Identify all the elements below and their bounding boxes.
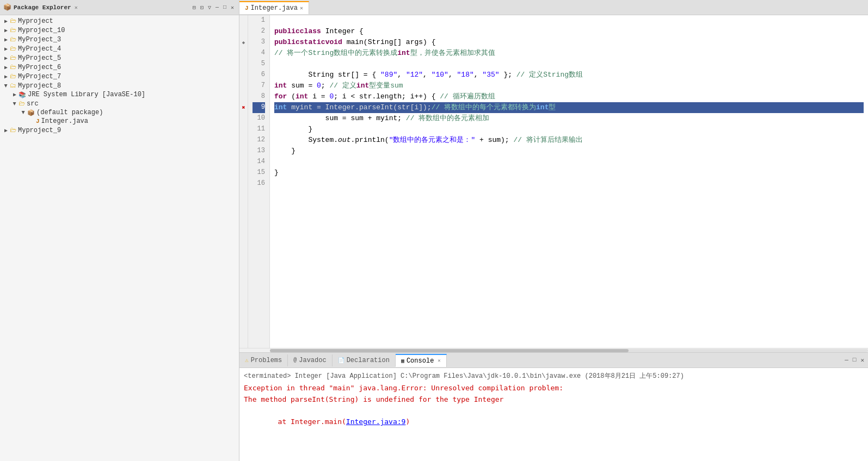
console-icon: ▦ (401, 358, 404, 364)
line-num-7: 7 (253, 80, 265, 91)
console-stack-link[interactable]: Integer.java:9 (346, 418, 406, 426)
expand-arrow-myproject5[interactable]: ▶ (2, 55, 10, 61)
line-num-11: 11 (253, 124, 265, 135)
code-editor[interactable]: ◆ ✖ (239, 15, 868, 348)
expand-arrow-myproject4[interactable]: ▶ (2, 46, 10, 52)
maximize-icon[interactable]: □ (221, 4, 228, 11)
src-label: src (27, 100, 39, 108)
gutter-1 (239, 15, 248, 26)
code-line-1 (274, 15, 864, 26)
gutter-2 (239, 26, 248, 37)
tab-problems[interactable]: ⚠ Problems (239, 354, 288, 366)
hscroll-track[interactable] (270, 349, 868, 352)
close-bottom-icon[interactable]: ✕ (859, 356, 866, 365)
link-editor-icon[interactable]: ⊡ (199, 4, 205, 11)
line-numbers: 1 2 3 4 5 6 7 8 9 10 11 12 13 14 (248, 15, 270, 348)
library-icon: 📚 (19, 91, 26, 98)
expand-arrow-myproject7[interactable]: ▶ (2, 73, 10, 80)
tab-javadoc[interactable]: @ Javadoc (288, 354, 332, 366)
sidebar-toolbar: ⊟ ⊡ ▽ — □ ✕ (191, 4, 236, 11)
code-line-9: int myint = Integer.parseInt(str[i]);// … (274, 102, 864, 113)
tree-item-myproject10[interactable]: ▶ 🗁 Myproject_10 (0, 26, 239, 35)
project-label: Myproject_8 (18, 82, 61, 90)
line-num-15: 15 (253, 167, 265, 178)
console-error-line2: The method parseInt(String) is undefined… (244, 394, 864, 406)
bottom-tabs: ⚠ Problems @ Javadoc 📄 Declaration ▦ Con… (239, 353, 868, 368)
tree-item-myproject4[interactable]: ▶ 🗁 MyProject_4 (0, 44, 239, 53)
editor-tab-integer-java[interactable]: J Integer.java ✕ (239, 1, 309, 14)
project-folder-icon: 🗁 (10, 35, 16, 43)
expand-arrow-src[interactable]: ▶ (11, 100, 18, 108)
declaration-label: Declaration (347, 357, 390, 364)
expand-arrow-myproject9[interactable]: ▶ (2, 127, 10, 134)
expand-arrow-myproject8[interactable]: ▶ (3, 82, 9, 90)
gutter-13 (239, 146, 248, 157)
tree-item-myproject7[interactable]: ▶ 🗁 MyProject_7 (0, 72, 239, 81)
expand-arrow-pkg[interactable]: ▶ (20, 109, 27, 116)
tree-item-myproject3[interactable]: ▶ 🗁 MyProject_3 (0, 35, 239, 44)
gutter-6 (239, 70, 248, 80)
console-label: Console (407, 357, 434, 365)
package-explorer-panel: 📦 Package Explorer ✕ ⊟ ⊡ ▽ — □ ✕ ▶ (0, 0, 239, 461)
project-label: MyProject_5 (18, 54, 61, 62)
tree-item-integer-java[interactable]: J Integer.java (0, 117, 239, 126)
tree-item-myproject8[interactable]: ▶ 🗂 Myproject_8 (0, 81, 239, 90)
console-content: <terminated> Integer [Java Application] … (239, 368, 868, 461)
tree-item-default-package[interactable]: ▶ 📦 (default package) (0, 108, 239, 117)
expand-arrow-jre[interactable]: ▶ (11, 91, 19, 98)
code-line-12: System.out.println("数组中的各元素之和是：" + sum);… (274, 135, 864, 146)
expand-arrow-myproject10[interactable]: ▶ (2, 27, 10, 34)
tree-item-jre[interactable]: ▶ 📚 JRE System Library [JavaSE-10] (0, 90, 239, 99)
error-text-line2: The method parseInt(String) is undefined… (244, 395, 503, 403)
tab-close-button[interactable]: ✕ (300, 5, 303, 11)
project-label: Myproject_9 (18, 127, 61, 134)
tab-declaration[interactable]: 📄 Declaration (333, 354, 396, 366)
line-num-14: 14 (253, 157, 265, 167)
code-line-2: public class Integer { (274, 26, 864, 37)
line-num-4: 4 (253, 48, 265, 59)
collapse-all-icon[interactable]: ⊟ (191, 4, 198, 11)
tab-console[interactable]: ▦ Console ✕ (396, 354, 447, 367)
project-folder-icon: 🗁 (10, 17, 16, 25)
maximize-bottom-icon[interactable]: □ (851, 356, 858, 365)
hscroll-thumb[interactable] (270, 349, 629, 352)
gutter-10 (239, 113, 248, 124)
code-line-11: } (274, 124, 864, 135)
package-icon: 📦 (3, 3, 11, 11)
expand-arrow-myproject[interactable]: ▶ (2, 18, 10, 24)
editor-hscrollbar[interactable] (239, 348, 868, 352)
project-folder-icon: 🗁 (10, 26, 16, 34)
package-icon: 📦 (27, 109, 35, 116)
expand-arrow-myproject6[interactable]: ▶ (2, 64, 10, 71)
editor-gutter: ◆ ✖ (239, 15, 248, 348)
expand-arrow-myproject3[interactable]: ▶ (2, 36, 10, 43)
code-line-10: sum = sum + myint; // 将数组中的各元素相加 (274, 113, 864, 124)
gutter-9: ✖ (239, 102, 248, 113)
bottom-panel: ⚠ Problems @ Javadoc 📄 Declaration ▦ Con… (239, 352, 868, 461)
view-menu-icon[interactable]: ▽ (206, 4, 213, 11)
gutter-16 (239, 178, 248, 189)
tree-item-myproject[interactable]: ▶ 🗁 Myproject (0, 16, 239, 26)
close-sidebar-icon[interactable]: ✕ (229, 4, 236, 11)
minimize-bottom-icon[interactable]: — (843, 356, 850, 365)
sidebar-close[interactable]: ✕ (75, 4, 78, 11)
project-folder-icon: 🗁 (10, 126, 16, 134)
gutter-4 (239, 48, 248, 59)
gutter-5 (239, 59, 248, 70)
tree-item-src[interactable]: ▶ 🗁 src (0, 99, 239, 108)
error-at-end: ) (405, 418, 410, 426)
tree-item-myproject9[interactable]: ▶ 🗁 Myproject_9 (0, 126, 239, 135)
error-marker-9: ✖ (242, 104, 245, 111)
tree-item-myproject6[interactable]: ▶ 🗁 MyProject_6 (0, 63, 239, 72)
line-num-10: 10 (253, 113, 265, 124)
declaration-icon: 📄 (338, 357, 344, 364)
project-label: MyProject_7 (18, 73, 61, 80)
code-line-3: public static void main(String[] args) { (274, 37, 864, 48)
gutter-8 (239, 91, 248, 102)
tree-item-myproject5[interactable]: ▶ 🗁 MyProject_5 (0, 53, 239, 63)
code-line-16 (274, 178, 864, 189)
project-folder-icon: 🗁 (10, 54, 16, 62)
code-content[interactable]: public class Integer { public static voi… (270, 15, 868, 348)
minimize-icon[interactable]: — (214, 4, 220, 11)
line-num-3: 3 (253, 37, 265, 48)
